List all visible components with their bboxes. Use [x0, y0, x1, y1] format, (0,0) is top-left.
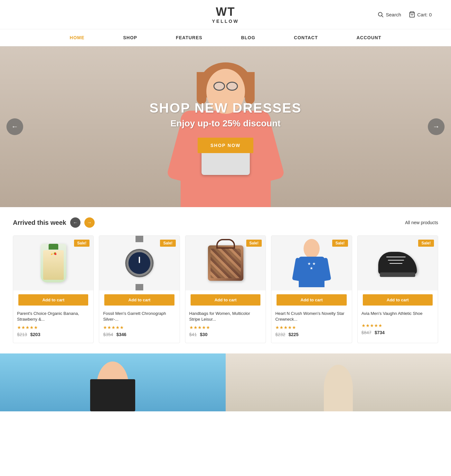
all-new-products-link[interactable]: All new products: [405, 220, 438, 225]
product-stars-4: ★★★★★: [271, 324, 352, 331]
search-label: Search: [386, 12, 401, 17]
hero-banner: ← SHOP NEW DRESSES Enjoy up-to 25% disco…: [0, 46, 451, 207]
watch-image: [123, 242, 155, 284]
product-name-2: Fossil Men's Garrett Chronograph Silver-…: [99, 309, 179, 324]
product-image-1: 🍌🍓 Sale!: [13, 236, 93, 290]
product-card-4: ★ ★★ Sale! Add to cart Heart N Crush Wom…: [271, 235, 352, 343]
logo-sub: YELLOW: [212, 19, 239, 24]
price-new-2: $346: [116, 332, 126, 337]
nav-item-account[interactable]: ACCOUNT: [356, 35, 381, 40]
products-scroll-next[interactable]: →: [84, 217, 95, 228]
hero-prev-button[interactable]: ←: [6, 118, 23, 135]
product-image-3: Sale!: [185, 236, 266, 290]
product-card-5: Sale! Add to cart Avia Men's Vaughn Athl…: [357, 235, 438, 343]
add-to-cart-button-3[interactable]: Add to cart: [191, 294, 260, 306]
sweater-image: ★ ★★: [299, 239, 324, 287]
hero-prev-icon: ←: [11, 123, 18, 131]
sale-badge-3: Sale!: [246, 240, 262, 247]
product-price-5: $847 $734: [358, 329, 438, 336]
hero-next-button[interactable]: →: [428, 118, 445, 135]
hero-title: SHOP NEW DRESSES: [149, 100, 301, 116]
section-title: Arrived this week: [13, 219, 66, 226]
product-card-2: Sale! Add to cart Fossil Men's Garrett C…: [99, 235, 180, 343]
product-card-3: Sale! Add to cart Handbags for Women, Mu…: [185, 235, 266, 343]
product-name-4: Heart N Crush Women's Novelty Star Crewn…: [271, 309, 352, 324]
product-stars-3: ★★★★★: [185, 324, 266, 331]
product-price-3: $41 $30: [185, 331, 266, 338]
price-old-1: $213: [17, 332, 27, 337]
search-button[interactable]: Search: [377, 11, 401, 18]
banner-right: [226, 353, 451, 411]
products-header-left: Arrived this week ← →: [13, 217, 95, 228]
cart-icon: [409, 11, 415, 18]
price-new-5: $734: [375, 330, 385, 335]
product-price-1: $213 $203: [13, 331, 93, 338]
nav-item-shop[interactable]: SHOP: [123, 35, 137, 40]
svg-point-0: [379, 12, 382, 16]
nav-item-contact[interactable]: CONTACT: [294, 35, 318, 40]
add-to-cart-button-5[interactable]: Add to cart: [363, 294, 433, 306]
price-new-1: $203: [30, 332, 40, 337]
price-old-4: $232: [275, 332, 285, 337]
nav-item-features[interactable]: FEATURES: [176, 35, 202, 40]
search-icon: [377, 11, 384, 18]
scroll-next-icon: →: [87, 220, 92, 225]
add-to-cart-button-2[interactable]: Add to cart: [104, 294, 174, 306]
watch-band-bottom: [136, 284, 143, 290]
watch-band-top: [136, 236, 143, 242]
product-price-4: $232 $225: [271, 331, 352, 338]
nav-item-blog[interactable]: BLOG: [241, 35, 255, 40]
products-header: Arrived this week ← → All new products: [13, 217, 438, 228]
hero-content: SHOP NEW DRESSES Enjoy up-to 25% discoun…: [149, 100, 301, 153]
product-name-5: Avia Men's Vaughn Athletic Shoe: [358, 309, 438, 322]
cart-button[interactable]: Cart: 0: [409, 11, 432, 18]
price-new-4: $225: [288, 332, 298, 337]
product-price-2: $354 $346: [99, 331, 179, 338]
product-stars-1: ★★★★★: [13, 324, 93, 331]
sale-badge-5: Sale!: [418, 240, 434, 247]
product-stars-5: ★★★★★: [358, 322, 438, 329]
hero-next-icon: →: [433, 123, 440, 131]
logo: WT YELLOW: [212, 5, 239, 24]
scroll-prev-icon: ←: [73, 220, 78, 225]
shoe-image: [378, 252, 417, 274]
price-old-5: $847: [362, 330, 371, 335]
bag-image: [208, 245, 243, 281]
bottom-banners: [0, 353, 451, 411]
banner-left: [0, 353, 226, 411]
products-section: Arrived this week ← → All new products 🍌…: [0, 207, 451, 353]
header: WT YELLOW Search Cart: 0: [0, 0, 451, 29]
price-old-2: $354: [103, 332, 113, 337]
product-image-4: ★ ★★ Sale!: [271, 236, 352, 290]
product-stars-2: ★★★★★: [99, 324, 179, 331]
food-pouch-image: 🍌🍓: [41, 244, 66, 282]
nav-item-home[interactable]: HOME: [70, 35, 85, 40]
main-nav: HOME SHOP FEATURES BLOG CONTACT ACCOUNT: [0, 29, 451, 46]
hero-shop-now-button[interactable]: SHOP NOW: [198, 138, 254, 153]
product-image-2: Sale!: [99, 236, 179, 290]
product-card-1: 🍌🍓 Sale! Add to cart Parent's Choice Org…: [13, 235, 94, 343]
products-grid: 🍌🍓 Sale! Add to cart Parent's Choice Org…: [13, 235, 438, 343]
product-name-1: Parent's Choice Organic Banana, Strawber…: [13, 309, 93, 324]
cart-label: Cart: 0: [417, 12, 432, 17]
add-to-cart-button-1[interactable]: Add to cart: [18, 294, 88, 306]
hero-subtitle: Enjoy up-to 25% discount: [149, 118, 301, 129]
logo-top: WT: [216, 5, 235, 19]
sale-badge-1: Sale!: [74, 240, 90, 247]
watch-face: [127, 250, 152, 276]
svg-line-1: [382, 16, 383, 17]
add-to-cart-button-4[interactable]: Add to cart: [277, 294, 346, 306]
sale-badge-4: Sale!: [332, 240, 348, 247]
products-scroll-prev[interactable]: ←: [70, 217, 80, 228]
price-new-3: $30: [200, 332, 207, 337]
product-image-5: Sale!: [358, 236, 438, 290]
sale-badge-2: Sale!: [160, 240, 176, 247]
product-name-3: Handbags for Women, Multicolor Stripe Le…: [185, 309, 266, 324]
price-old-3: $41: [189, 332, 197, 337]
